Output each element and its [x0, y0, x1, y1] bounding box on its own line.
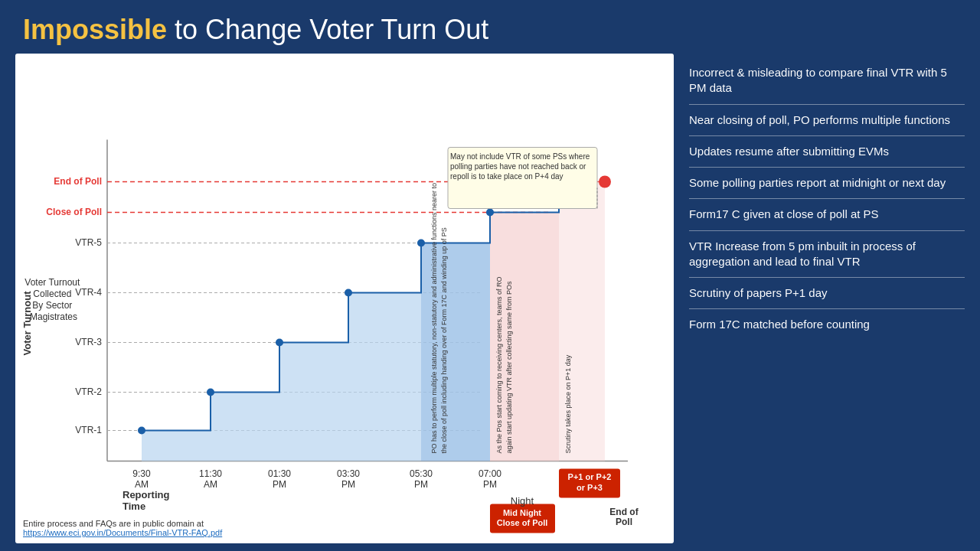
info-item-6: VTR Increase from 5 pm inbuilt in proces… [689, 231, 965, 279]
annotation-scrutiny: Scrutiny takes place on P+1 day [564, 354, 572, 453]
dot-5 [417, 240, 425, 247]
chart-container: Voter Turnout Voter Turnout Collected By… [15, 54, 674, 543]
footnote-link[interactable]: https://www.eci.gov.in/Documents/Final-V… [23, 528, 222, 537]
info-item-2: Near closing of poll, PO performs multip… [689, 105, 965, 136]
info-item-3: Updates resume after submitting EVMs [689, 136, 965, 168]
svg-text:AM: AM [204, 479, 217, 490]
x-axis-label: Reporting [122, 489, 169, 500]
svg-text:Mid Night: Mid Night [503, 508, 541, 517]
info-item-7: Scrutiny of papers P+1 day [689, 278, 965, 309]
dot-4 [345, 289, 352, 297]
vtr1-label: VTR-1 [75, 425, 102, 435]
end-of-poll-bottom: End of [609, 507, 639, 517]
annotation-pos: As the Pos start coming to receiving cen… [495, 276, 503, 453]
svg-text:polling parties have not reach: polling parties have not reached back or [450, 162, 586, 171]
bar-4 [348, 293, 421, 461]
svg-text:or P+3: or P+3 [577, 483, 603, 492]
svg-text:P+1 or P+2: P+1 or P+2 [568, 472, 612, 481]
callout-text: May not include VTR of some PSs where [450, 152, 590, 161]
dot-6 [486, 209, 494, 217]
svg-text:Poll: Poll [616, 517, 632, 527]
svg-text:01:30: 01:30 [268, 468, 291, 479]
svg-text:03:30: 03:30 [337, 468, 360, 479]
vtr5-label: VTR-5 [75, 237, 102, 248]
end-of-poll-label: End of Poll [54, 176, 102, 187]
main-chart: Voter Turnout Voter Turnout Collected By… [23, 65, 666, 536]
footnote-text: Entire process and FAQs are in public do… [23, 519, 204, 528]
svg-text:PM: PM [273, 479, 286, 490]
close-of-poll-label: Close of Poll [46, 207, 102, 217]
svg-text:PM: PM [341, 479, 355, 490]
svg-text:Time: Time [122, 500, 145, 512]
svg-text:AM: AM [135, 479, 149, 490]
vtr3-label: VTR-3 [75, 337, 102, 347]
svg-text:07:00: 07:00 [479, 468, 501, 479]
info-item-4: Some polling parties report at midnight … [689, 168, 965, 199]
svg-text:11:30: 11:30 [199, 468, 222, 479]
night-label: Night [511, 495, 534, 507]
dot-3 [276, 339, 283, 347]
title-rest: to Change Voter Turn Out [167, 14, 488, 45]
info-item-5: Form17 C given at close of poll at PS [689, 199, 965, 230]
svg-text:PM: PM [483, 479, 497, 490]
dot-1 [138, 427, 145, 435]
svg-text:the close of poll including ha: the close of poll including handing over… [440, 227, 448, 453]
dot-2 [207, 389, 214, 396]
info-panel: Incorrect & misleading to compare final … [689, 54, 965, 543]
bar-2 [211, 393, 279, 461]
title-impossible: Impossible [23, 14, 167, 45]
svg-text:Voter Turnout: Voter Turnout [23, 291, 33, 356]
annotation-po: PO has to perform multiple statutory, no… [430, 183, 438, 454]
svg-text:again start updating VTR after: again start updating VTR after collectin… [505, 281, 513, 454]
dot-end [599, 176, 611, 188]
vtr2-label: VTR-2 [75, 386, 102, 397]
svg-text:Voter Turnout
        Collecte: Voter Turnout Collected By Sector Magist… [24, 277, 82, 322]
svg-text:PM: PM [414, 479, 428, 490]
svg-text:Close of Poll: Close of Poll [497, 518, 548, 527]
bar-3 [279, 343, 348, 461]
info-item-8: Form 17C matched before counting [689, 309, 965, 340]
page-title: Impossible to Change Voter Turn Out [0, 0, 980, 54]
footnote: Entire process and FAQs are in public do… [23, 519, 222, 537]
vtr4-label: VTR-4 [75, 287, 102, 298]
svg-text:repoll is to take place on P+4: repoll is to take place on P+4 day [450, 172, 564, 181]
info-item-1: Incorrect & misleading to compare final … [689, 57, 965, 105]
xlabel-1: 9:30 [132, 468, 151, 479]
bar-1 [142, 431, 211, 461]
svg-text:05:30: 05:30 [410, 468, 433, 479]
